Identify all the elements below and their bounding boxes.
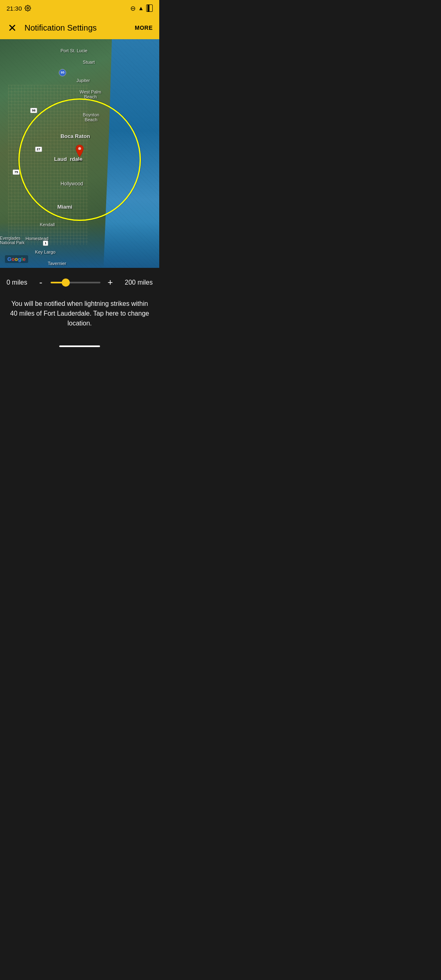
slider-min-label: 0 miles bbox=[7, 279, 31, 286]
status-icons: ⊖ ▲ ▌ bbox=[130, 4, 153, 12]
time-display: 21:30 bbox=[7, 5, 22, 12]
svg-point-4 bbox=[78, 147, 81, 150]
svg-point-3 bbox=[77, 160, 82, 162]
slider-row: 0 miles - + 200 miles bbox=[7, 276, 153, 289]
more-button[interactable]: MORE bbox=[133, 21, 154, 34]
page-title: Notification Settings bbox=[24, 23, 133, 33]
top-bar: Notification Settings MORE bbox=[0, 16, 159, 39]
status-bar: 21:30 ⊖ ▲ ▌ bbox=[0, 0, 159, 16]
bottom-controls: 0 miles - + 200 miles You will be notifi… bbox=[0, 268, 159, 341]
wifi-icon: ▲ bbox=[138, 5, 144, 11]
bottom-indicator bbox=[0, 341, 159, 351]
increase-button[interactable]: + bbox=[104, 276, 117, 289]
location-pin bbox=[74, 145, 85, 159]
urban-grid bbox=[8, 85, 88, 245]
road-95: 95 bbox=[59, 69, 66, 76]
home-indicator bbox=[59, 345, 100, 347]
status-time: 21:30 bbox=[7, 5, 31, 12]
road-27: 27 bbox=[35, 147, 42, 152]
slider-thumb[interactable] bbox=[62, 278, 70, 287]
decrease-button[interactable]: - bbox=[34, 276, 47, 289]
road-98: 98 bbox=[30, 108, 37, 113]
dnd-icon: ⊖ bbox=[130, 4, 136, 12]
description-text[interactable]: You will be notified when lightning stri… bbox=[7, 296, 153, 335]
map-container[interactable]: 95 98 27 75 1 Port St. Lucie Stuart Jupi… bbox=[0, 39, 159, 268]
battery-icon: ▌ bbox=[146, 4, 153, 12]
settings-icon bbox=[24, 5, 31, 11]
slider-max-label: 200 miles bbox=[120, 279, 153, 286]
close-button[interactable] bbox=[5, 20, 20, 35]
road-1: 1 bbox=[43, 241, 48, 246]
road-75: 75 bbox=[13, 169, 20, 175]
google-logo: Google bbox=[5, 255, 28, 263]
slider-track[interactable] bbox=[51, 282, 100, 283]
svg-point-0 bbox=[27, 7, 29, 9]
